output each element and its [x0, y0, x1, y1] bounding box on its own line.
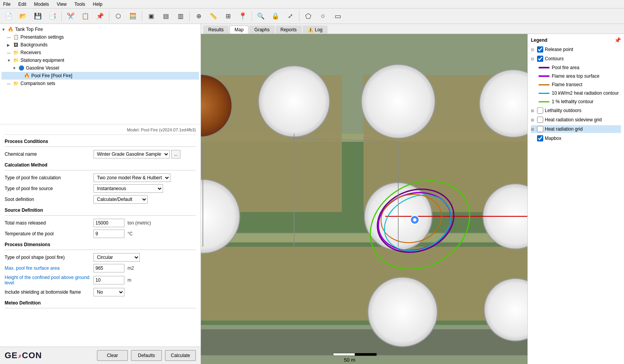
- select-chemical-name[interactable]: Winter Grade Gasoline Sample: [94, 150, 170, 158]
- model-button[interactable]: ⬡: [111, 10, 125, 23]
- tree-vessel-arrow[interactable]: ▼: [12, 66, 18, 70]
- rect-button[interactable]: ▭: [331, 10, 345, 23]
- menu-file[interactable]: File: [2, 1, 12, 8]
- label-max-pool-area[interactable]: Max. pool fire surface area: [5, 265, 94, 271]
- expand-button[interactable]: ⤢: [283, 10, 297, 23]
- tree-item-backgrounds[interactable]: ▶ 🖼 Backgrounds: [2, 41, 199, 49]
- field-pool-fire-calc: Type of pool fire calculation Two zone m…: [5, 173, 196, 182]
- tree-stationary-arrow[interactable]: ▼: [7, 58, 12, 63]
- menubar: File Edit Models View Tools Help: [0, 0, 624, 9]
- select-shielding[interactable]: No Yes: [94, 288, 124, 296]
- tree-item-stationary[interactable]: ▼ 📁 Stationary equipment: [2, 56, 199, 64]
- legend-check-heat-grid[interactable]: [537, 126, 543, 132]
- tree-comparison-label: Comparison sets: [20, 81, 55, 86]
- section-source-def: Source Definition: [5, 208, 196, 213]
- defaults-button[interactable]: Defaults: [131, 350, 162, 361]
- legend-check-contours[interactable]: [537, 56, 543, 62]
- tab-graphs[interactable]: Graphs: [249, 26, 274, 34]
- legend-line-flame-top: [539, 75, 549, 77]
- grid-alt-button[interactable]: ▥: [173, 10, 187, 23]
- input-max-pool-area[interactable]: [94, 264, 124, 272]
- legend-title: Legend 📌: [531, 37, 621, 43]
- legend-pin-button[interactable]: 📌: [614, 37, 621, 43]
- tab-reports[interactable]: Reports: [275, 26, 302, 34]
- legend-lethality-expand[interactable]: ⊞: [531, 109, 536, 113]
- input-temp-pool[interactable]: [94, 230, 124, 238]
- menu-models[interactable]: Models: [32, 1, 51, 8]
- form-area: Model: Pool Fire (v2024.07.1ed4fb3) Proc…: [0, 124, 201, 347]
- menu-help[interactable]: Help: [92, 1, 104, 8]
- svg-point-11: [258, 66, 330, 137]
- tab-map[interactable]: Map: [230, 26, 248, 34]
- legend-item-lethality-outdoors: ⊞ Lethality outdoors: [531, 107, 621, 114]
- lock-button[interactable]: 🔒: [269, 10, 282, 23]
- save-as-button[interactable]: 📑: [46, 10, 60, 23]
- panel-button[interactable]: ▤: [159, 10, 173, 23]
- menu-view[interactable]: View: [55, 1, 68, 8]
- circle-button[interactable]: ○: [316, 10, 330, 23]
- cut-button[interactable]: ✂️: [64, 10, 78, 23]
- map-container[interactable]: N 50 m © Mapbox: [201, 34, 527, 364]
- new-button[interactable]: 📄: [2, 10, 15, 23]
- clear-button[interactable]: Clear: [97, 350, 128, 361]
- polygon-button[interactable]: ⬠: [301, 10, 315, 23]
- legend-check-mapbox[interactable]: [537, 135, 543, 141]
- zoom-button[interactable]: 🔍: [254, 10, 268, 23]
- ruler-button[interactable]: 📏: [206, 10, 220, 23]
- grid-button[interactable]: ⊞: [221, 10, 235, 23]
- select-pool-shape[interactable]: Circular: [94, 253, 140, 262]
- calculate-button[interactable]: Calculate: [165, 350, 196, 361]
- menu-edit[interactable]: Edit: [17, 1, 28, 8]
- legend-line-flame-transect: [539, 84, 549, 85]
- tree-root-arrow[interactable]: ▼: [2, 27, 7, 32]
- legend-check-release[interactable]: [537, 46, 543, 53]
- dots-chemical-name[interactable]: ...: [171, 150, 180, 158]
- menu-tools[interactable]: Tools: [73, 1, 87, 8]
- tree-item-gasoline-vessel[interactable]: ▼ 🔵 Gasoline Vessel: [2, 64, 199, 72]
- tree-presentation-label: Presentation settings: [20, 34, 64, 40]
- legend-check-sideview[interactable]: [537, 117, 543, 123]
- input-height-confined[interactable]: [94, 276, 124, 284]
- tree-root[interactable]: ▼ 🔥 Tank Top Fire: [2, 26, 199, 33]
- tree-vessel-label: Gasoline Vessel: [26, 65, 59, 71]
- tree-item-pool-fire[interactable]: 🔥 Pool Fire [Pool Fire]: [2, 72, 199, 80]
- control-pool-fire-calc: Two zone model Rew & Hulbert: [94, 173, 196, 182]
- save-button[interactable]: 💾: [31, 10, 45, 23]
- paste-button[interactable]: 📌: [93, 10, 107, 23]
- calculator-button[interactable]: 🧮: [126, 10, 140, 23]
- input-total-mass[interactable]: [94, 219, 124, 227]
- legend-check-lethality[interactable]: [537, 107, 543, 114]
- tree-presentation-icon: 📋: [12, 34, 19, 40]
- legend-heat-grid-expand[interactable]: ⊞: [531, 127, 536, 131]
- tab-log[interactable]: ⚠️ Log: [303, 26, 328, 34]
- legend-label-flame-top: Flame area top surface: [552, 73, 599, 79]
- layout-button[interactable]: ▣: [144, 10, 158, 23]
- copy-button[interactable]: 📋: [78, 10, 92, 23]
- tree-item-comparison[interactable]: — 📁 Comparison sets: [2, 80, 199, 87]
- select-pool-fire-calc[interactable]: Two zone model Rew & Hulbert: [94, 173, 170, 182]
- legend-sideview-expand[interactable]: ⊞: [531, 118, 536, 122]
- legend-release-expand[interactable]: ⊟: [531, 48, 536, 52]
- tree-poolfire-label: Pool Fire [Pool Fire]: [31, 73, 72, 78]
- label-height-confined[interactable]: Height of the confined pool above ground…: [5, 275, 94, 286]
- legend-item-heat-grid[interactable]: ⊞ Heat radiation grid: [531, 125, 621, 133]
- tab-log-label: Log: [315, 27, 323, 32]
- control-total-mass: ton (metric): [94, 219, 196, 227]
- field-max-pool-area: Max. pool fire surface area m2: [5, 264, 196, 272]
- tree-item-presentation[interactable]: — 📋 Presentation settings: [2, 33, 199, 41]
- select-soot-def[interactable]: Calculate/Default: [94, 195, 148, 204]
- open-button[interactable]: 📂: [16, 10, 30, 23]
- field-soot-def: Soot definition Calculate/Default: [5, 195, 196, 204]
- legend-contours-expand[interactable]: ⊟: [531, 57, 536, 61]
- tab-results[interactable]: Results: [203, 26, 229, 34]
- control-shielding: No Yes: [94, 288, 196, 296]
- tree-backgrounds-arrow[interactable]: ▶: [7, 43, 12, 47]
- legend-line-10kw: [539, 93, 549, 94]
- select-pool-fire-source[interactable]: Instantaneous: [94, 184, 163, 193]
- pin-button[interactable]: 📍: [236, 10, 250, 23]
- tree-item-receivers[interactable]: — 📁 Receivers: [2, 49, 199, 56]
- crosshair-button[interactable]: ⊕: [192, 10, 206, 23]
- legend-label-pool-fire-area: Pool fire area: [552, 65, 579, 70]
- tabs-bar: Results Map Graphs Reports ⚠️ Log: [201, 24, 624, 34]
- legend-label-lethality-outdoors: Lethality outdoors: [545, 108, 581, 113]
